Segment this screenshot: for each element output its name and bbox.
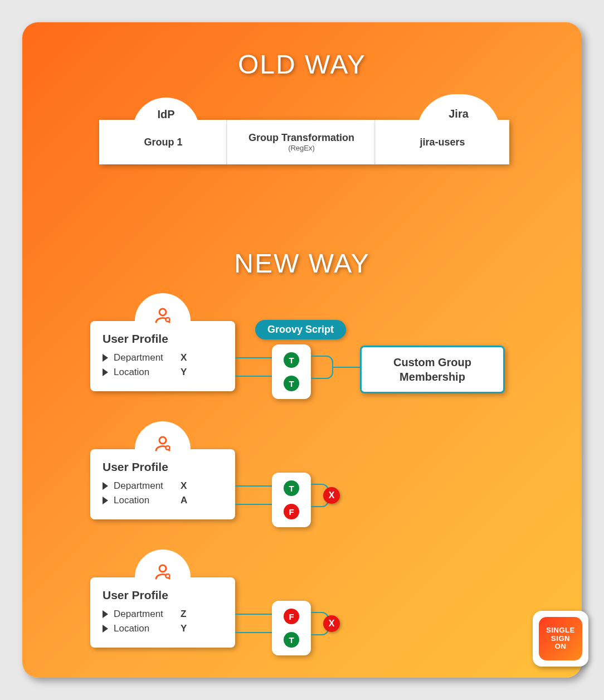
triangle-icon bbox=[103, 497, 108, 504]
svg-point-4 bbox=[159, 309, 166, 315]
profile-card-1: User Profile Department X Location Y bbox=[90, 321, 235, 391]
old-way-title: OLD WAY bbox=[22, 49, 582, 80]
attr-value: A bbox=[181, 495, 187, 506]
connector-line bbox=[235, 614, 274, 615]
attr-label: Location bbox=[114, 495, 181, 506]
profile-title: User Profile bbox=[103, 460, 223, 474]
svg-point-6 bbox=[159, 437, 166, 444]
result-true-badge: T bbox=[284, 632, 299, 648]
attr-value: Y bbox=[181, 367, 187, 378]
sso-logo-badge: SINGLE SIGN ON bbox=[533, 611, 588, 667]
logo-line: SIGN bbox=[551, 635, 570, 643]
profile-title: User Profile bbox=[103, 332, 223, 346]
attr-value: X bbox=[181, 352, 187, 363]
user-x-icon bbox=[153, 434, 173, 454]
svg-point-8 bbox=[159, 565, 166, 572]
profile-title: User Profile bbox=[103, 589, 223, 602]
old-box-label: Group 1 bbox=[144, 137, 182, 148]
old-box-label: jira-users bbox=[420, 137, 465, 148]
attr-label: Department bbox=[114, 609, 181, 620]
result-false-badge: F bbox=[284, 504, 299, 519]
profile-head-tab bbox=[135, 293, 191, 327]
profile-card-3: User Profile Department Z Location Y bbox=[90, 577, 235, 648]
profile-head-tab bbox=[135, 421, 191, 455]
triangle-icon bbox=[103, 625, 108, 633]
triangle-icon bbox=[103, 354, 108, 362]
sso-logo: SINGLE SIGN ON bbox=[539, 617, 582, 660]
diagram-canvas: OLD WAY IdP Jira Group 1 Group Transform… bbox=[22, 22, 582, 678]
new-way-title: NEW WAY bbox=[22, 248, 582, 279]
attr-row: Location A bbox=[103, 495, 223, 506]
eval-box-1: T T bbox=[272, 344, 311, 399]
attr-value: Y bbox=[181, 623, 187, 634]
connector-line bbox=[235, 632, 274, 633]
logo-line: SINGLE bbox=[546, 626, 574, 635]
connector-line bbox=[235, 376, 274, 377]
fail-badge: X bbox=[323, 487, 340, 504]
attr-value: Z bbox=[181, 609, 186, 620]
bracket-connector bbox=[311, 356, 333, 379]
logo-line: ON bbox=[555, 643, 567, 651]
attr-label: Department bbox=[114, 480, 181, 492]
result-true-badge: T bbox=[284, 352, 299, 368]
attr-label: Location bbox=[114, 367, 181, 378]
connector-line bbox=[235, 504, 274, 505]
old-box-label: Group Transformation bbox=[249, 132, 354, 144]
attr-row: Department X bbox=[103, 352, 223, 363]
eval-box-2: T F bbox=[272, 473, 311, 527]
old-box-sublabel: (RegEx) bbox=[288, 144, 315, 152]
connector-line bbox=[235, 485, 274, 487]
attr-label: Department bbox=[114, 352, 181, 363]
attr-value: X bbox=[181, 480, 187, 492]
result-true-badge: T bbox=[284, 480, 299, 496]
result-true-badge: T bbox=[284, 376, 299, 391]
eval-box-3: F T bbox=[272, 601, 311, 655]
groovy-script-pill: Groovy Script bbox=[255, 320, 346, 339]
user-x-icon bbox=[153, 562, 173, 582]
attr-row: Location Y bbox=[103, 623, 223, 634]
attr-row: Department Z bbox=[103, 609, 223, 620]
old-way-row: IdP Jira Group 1 Group Transformation (R… bbox=[99, 120, 509, 164]
attr-row: Department X bbox=[103, 480, 223, 492]
profile-card-2: User Profile Department X Location A bbox=[90, 449, 235, 519]
jira-tab: Jira bbox=[417, 94, 500, 133]
triangle-icon bbox=[103, 610, 108, 618]
old-box-transformation: Group Transformation (RegEx) bbox=[227, 120, 376, 164]
idp-tab: IdP bbox=[133, 98, 199, 131]
user-x-icon bbox=[153, 305, 173, 325]
connector-line bbox=[333, 367, 360, 368]
attr-label: Location bbox=[114, 623, 181, 634]
triangle-icon bbox=[103, 482, 108, 490]
result-false-badge: F bbox=[284, 609, 299, 624]
custom-group-box: Custom Group Membership bbox=[360, 346, 505, 393]
profile-head-tab bbox=[135, 550, 191, 583]
connector-line bbox=[235, 357, 274, 358]
attr-row: Location Y bbox=[103, 367, 223, 378]
triangle-icon bbox=[103, 368, 108, 376]
fail-badge: X bbox=[323, 615, 340, 632]
